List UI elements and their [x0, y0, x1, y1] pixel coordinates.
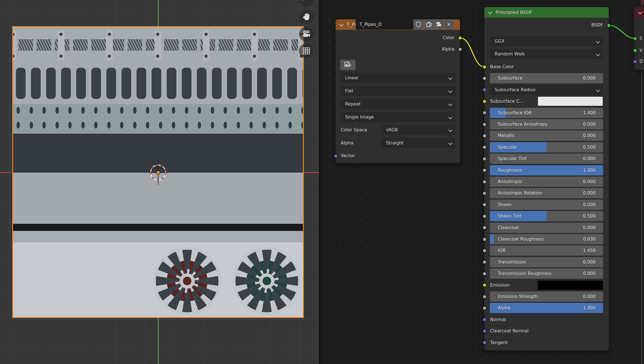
input-socket-subsurface-radius[interactable] — [482, 88, 487, 92]
material-output-node[interactable]: SVD — [634, 7, 644, 70]
input-socket-base-color[interactable] — [482, 65, 487, 69]
input-socket-clearcoat-normal[interactable] — [482, 329, 487, 333]
input-socket-specular[interactable] — [482, 145, 487, 149]
output-socket-alpha[interactable] — [458, 47, 462, 51]
roughness-value: 1.000 — [583, 165, 596, 175]
input-socket-subsurface[interactable] — [482, 76, 487, 80]
duplicate-datablock-button[interactable] — [424, 19, 434, 30]
input-socket-emission[interactable] — [482, 283, 487, 287]
principled-bsdf-node-header[interactable]: Principled BSDF — [484, 7, 609, 18]
viewport-3d[interactable] — [0, 0, 319, 364]
subsurface-ior-slider[interactable]: Subsurface IOR1.400 — [490, 108, 603, 118]
gizmo-grid-ortho-icon[interactable] — [299, 44, 314, 58]
alpha-mode-dropdown[interactable]: Straight — [381, 138, 455, 148]
anisotropic-rotation-slider[interactable]: Anisotropic Rotation0.000 — [490, 188, 603, 198]
collapse-chevron-icon[interactable] — [339, 22, 344, 26]
emission-strength-slider[interactable]: Emission Strength0.000 — [490, 291, 603, 302]
clearcoat-slider[interactable]: Clearcoat0.000 — [490, 223, 603, 233]
emission-color-swatch[interactable] — [538, 280, 603, 290]
pipe-bracket — [203, 30, 210, 60]
chevron-down-icon — [596, 52, 600, 56]
clearcoat-roughness-slider[interactable]: Clearcoat Roughness0.030 — [490, 234, 603, 244]
input-socket-subsurface-anisotropy[interactable] — [482, 122, 487, 127]
input-socket-surface[interactable] — [633, 36, 637, 41]
unpack-button[interactable] — [434, 19, 443, 30]
input-socket-anisotropic-rotation[interactable] — [482, 191, 487, 195]
collapse-chevron-icon[interactable] — [638, 10, 643, 14]
gizmo-pan-icon[interactable] — [299, 9, 314, 24]
input-socket-anisotropic[interactable] — [482, 180, 487, 184]
input-socket-alpha[interactable] — [482, 306, 487, 310]
vent-slot — [91, 68, 101, 99]
output-socket-bsdf[interactable] — [607, 23, 611, 28]
anisotropic-slider[interactable]: Anisotropic0.000 — [490, 177, 603, 187]
input-socket-subsurface-c[interactable] — [482, 99, 487, 104]
material-output-node-header[interactable] — [634, 7, 644, 18]
distribution-dropdown[interactable]: GGX — [490, 36, 603, 46]
rivet-dot — [249, 122, 253, 129]
output-socket-color[interactable] — [458, 36, 462, 40]
input-socket-displacement[interactable] — [633, 59, 637, 64]
interpolation-dropdown[interactable]: Linear — [340, 73, 455, 83]
gizmo-zoom-icon[interactable] — [299, 0, 314, 7]
subsurface-anisotropy-slider[interactable]: Subsurface Anisotropy0.000 — [490, 119, 603, 129]
roughness-slider[interactable]: Roughness1.000 — [490, 165, 603, 175]
input-socket-transmission[interactable] — [482, 260, 487, 264]
input-socket-clearcoat-roughness[interactable] — [482, 237, 487, 241]
input-socket-emission-strength[interactable] — [482, 295, 487, 299]
input-socket-clearcoat[interactable] — [482, 226, 487, 230]
input-socket-subsurface-ior[interactable] — [482, 111, 487, 115]
vent-slot — [272, 68, 282, 99]
input-socket-volume[interactable] — [633, 48, 637, 53]
input-socket-metallic[interactable] — [482, 134, 487, 138]
pipe-collar — [233, 38, 237, 52]
vent-slot — [227, 68, 237, 99]
rivet-dot — [159, 122, 162, 129]
node-title: Principled BSDF — [496, 10, 532, 15]
ior-slider[interactable]: IOR1.450 — [490, 245, 603, 256]
transmission-slider[interactable]: Transmission0.000 — [490, 257, 603, 267]
sheen-slider[interactable]: Sheen0.000 — [490, 200, 603, 210]
input-label-clearcoat-normal: Clearcoat Normal — [490, 326, 529, 336]
subsurface-slider[interactable]: Subsurface0.000 — [490, 73, 603, 83]
input-socket-tangent[interactable] — [482, 340, 487, 345]
rivet-dot — [211, 122, 214, 129]
input-socket-roughness[interactable] — [482, 168, 487, 172]
unlink-datablock-button[interactable]: ✕ — [444, 19, 454, 30]
source-dropdown[interactable]: Single Image — [340, 112, 455, 122]
image-browse-button[interactable] — [340, 60, 356, 70]
input-socket-sheen-tint[interactable] — [482, 214, 487, 218]
output-label-color: Color — [443, 33, 454, 43]
principled-bsdf-node[interactable]: Principled BSDF BSDF GGX Random Walk Bas… — [484, 7, 609, 350]
input-label-normal: Normal — [490, 315, 506, 325]
image-texture-node[interactable]: T_Pipes_D ColorAlpha T_Pipes_D ✕ LinearF… — [336, 19, 460, 163]
collapse-chevron-icon[interactable] — [488, 10, 493, 14]
sheen-tint-slider[interactable]: Sheen Tint0.500 — [490, 211, 603, 221]
vent-slot — [212, 68, 222, 99]
fake-user-shield-button[interactable] — [413, 19, 424, 30]
input-socket-transmission-roughness[interactable] — [482, 272, 487, 276]
subsurface-c-color-swatch[interactable] — [538, 96, 603, 106]
input-socket-ior[interactable] — [482, 249, 487, 253]
extension-dropdown[interactable]: Repeat — [340, 99, 455, 109]
input-socket-normal[interactable] — [482, 317, 487, 322]
gizmo-camera-view-icon[interactable] — [299, 27, 314, 42]
pipe-collar — [124, 38, 128, 52]
projection-dropdown[interactable]: Flat — [340, 86, 455, 96]
subsurface-radius-dropdown[interactable]: Subsurface Radius — [490, 85, 603, 95]
color-space-dropdown[interactable]: sRGB — [381, 125, 455, 135]
subsurface-method-dropdown[interactable]: Random Walk — [490, 49, 603, 59]
image-icon — [344, 61, 352, 69]
alpha-slider[interactable]: Alpha1.000 — [490, 303, 603, 313]
specular-tint-label: Specular Tint — [498, 154, 527, 164]
specular-tint-slider[interactable]: Specular Tint0.000 — [490, 154, 603, 164]
input-socket-specular-tint[interactable] — [482, 157, 487, 161]
specular-slider[interactable]: Specular0.500 — [490, 142, 603, 152]
input-label-tangent: Tangent — [490, 338, 508, 348]
pipe-collar — [51, 38, 55, 52]
transmission-roughness-slider[interactable]: Transmission Roughness0.000 — [490, 268, 603, 279]
input-socket-vector[interactable] — [334, 154, 338, 158]
datablock-name-field[interactable]: T_Pipes_D — [356, 19, 413, 30]
input-socket-sheen[interactable] — [482, 202, 487, 207]
metallic-slider[interactable]: Metallic0.000 — [490, 131, 603, 141]
